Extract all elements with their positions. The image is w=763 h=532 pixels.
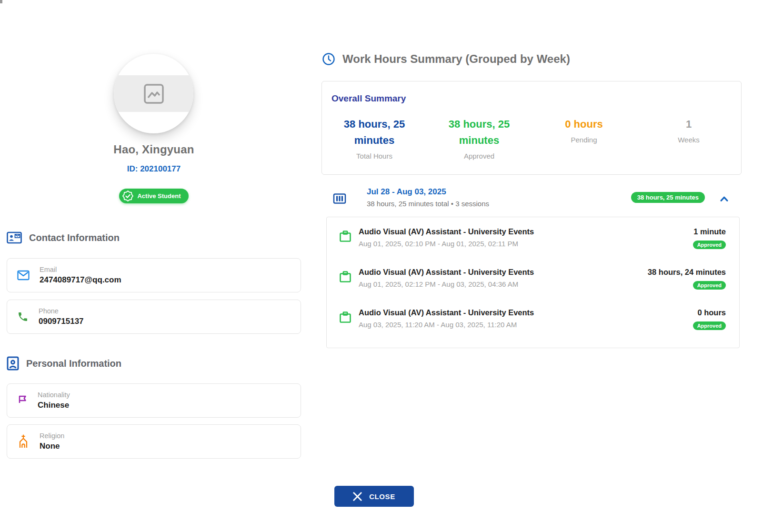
screen-artifact (0, 0, 2, 3)
personal-section-title: Personal Information (26, 358, 121, 369)
stat-total-hours: 38 hours, 25 minutes Total Hours (322, 116, 427, 160)
stat-pending-label: Pending (532, 136, 636, 144)
email-label: Email (40, 266, 121, 273)
overall-summary-title: Overall Summary (331, 93, 406, 104)
session-duration: 1 minute (693, 227, 726, 236)
stat-approved-label: Approved (427, 152, 532, 160)
phone-value: 0909715137 (39, 317, 84, 326)
stat-weeks-value: 1 (646, 116, 732, 132)
student-id: ID: 202100177 (0, 164, 308, 174)
avatar-placeholder-band (114, 75, 193, 112)
stat-approved-value: 38 hours, 25 minutes (436, 116, 522, 149)
session-time-range: Aug 01, 2025, 02:10 PM - Aug 01, 2025, 0… (359, 240, 693, 248)
session-title: Audio Visual (AV) Assistant - University… (359, 227, 693, 236)
flag-icon (17, 394, 28, 407)
session-time-range: Aug 01, 2025, 02:12 PM - Aug 03, 2025, 0… (359, 280, 648, 288)
chevron-up-icon[interactable] (719, 193, 730, 204)
stat-total-hours-value: 38 hours, 25 minutes (331, 116, 417, 149)
student-name: Hao, Xingyuan (0, 143, 308, 156)
session-status-badge: Approved (693, 321, 726, 330)
phone-card: Phone 0909715137 (7, 300, 301, 334)
close-icon (353, 492, 362, 501)
session-status-badge: Approved (693, 241, 726, 249)
phone-icon (17, 311, 29, 322)
session-time-range: Aug 03, 2025, 11:20 AM - Aug 03, 2025, 1… (359, 321, 693, 329)
session-status-badge: Approved (693, 281, 726, 290)
avatar (114, 54, 193, 133)
phone-label: Phone (39, 307, 84, 315)
contact-section-title: Contact Information (29, 232, 120, 243)
briefcase-icon (338, 270, 352, 284)
id-badge-icon (7, 356, 19, 371)
stat-pending-value: 0 hours (541, 116, 627, 132)
close-button[interactable]: CLOSE (334, 486, 414, 507)
email-icon (17, 270, 30, 281)
religion-value: None (40, 442, 64, 451)
religion-card: Religion None (7, 424, 301, 459)
nationality-value: Chinese (38, 401, 70, 410)
session-row: Audio Visual (AV) Assistant - University… (338, 227, 726, 268)
week-total-badge: 38 hours, 25 minutes (631, 192, 705, 203)
session-duration: 0 hours (693, 308, 726, 317)
church-icon (17, 434, 30, 449)
nationality-card: Nationality Chinese (7, 383, 301, 418)
image-placeholder-icon (143, 83, 165, 105)
status-badge-label: Active Student (137, 192, 181, 200)
briefcase-icon (338, 310, 352, 324)
session-title: Audio Visual (AV) Assistant - University… (359, 308, 693, 317)
week-date-range: Jul 28 - Aug 03, 2025 (367, 187, 489, 197)
stat-weeks-label: Weeks (636, 136, 741, 144)
nationality-label: Nationality (38, 391, 70, 399)
week-calendar-icon (333, 192, 346, 205)
email-card: Email 2474089717@qq.com (7, 258, 301, 292)
briefcase-icon (338, 229, 352, 243)
clock-icon (322, 52, 335, 66)
close-button-label: CLOSE (369, 492, 395, 501)
session-title: Audio Visual (AV) Assistant - University… (359, 268, 648, 277)
sessions-list: Audio Visual (AV) Assistant - University… (326, 217, 740, 348)
session-duration: 38 hours, 24 minutes (648, 268, 726, 277)
email-value: 2474089717@qq.com (40, 275, 121, 285)
session-row: Audio Visual (AV) Assistant - University… (338, 308, 726, 349)
stat-approved: 38 hours, 25 minutes Approved (427, 116, 532, 160)
overall-summary-card: Overall Summary 38 hours, 25 minutes Tot… (321, 81, 742, 175)
verified-icon (122, 191, 133, 201)
session-row: Audio Visual (AV) Assistant - University… (338, 268, 726, 308)
work-hours-title: Work Hours Summary (Grouped by Week) (342, 52, 570, 66)
week-subtitle: 38 hours, 25 minutes total • 3 sessions (367, 200, 489, 208)
religion-label: Religion (40, 432, 64, 440)
stat-pending: 0 hours Pending (532, 116, 636, 144)
stat-total-hours-label: Total Hours (322, 152, 427, 160)
week-group-header[interactable]: Jul 28 - Aug 03, 2025 38 hours, 25 minut… (322, 186, 742, 211)
status-badge: Active Student (119, 189, 188, 203)
contact-card-icon (7, 231, 22, 244)
stat-weeks: 1 Weeks (636, 116, 741, 144)
